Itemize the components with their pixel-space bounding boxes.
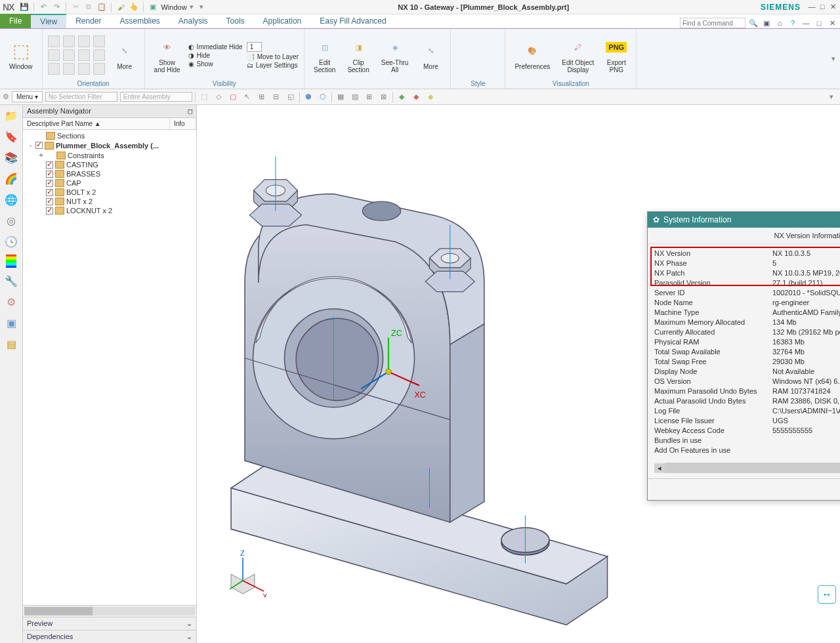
dependencies-panel[interactable]: Dependencies⌄ [23,630,196,643]
rail-part-icon[interactable]: 🔖 [3,129,19,144]
scroll-left-icon[interactable]: ◂ [654,464,665,472]
t6-icon[interactable]: ⊟ [270,91,282,103]
rail-mfg-icon[interactable]: ⚙ [3,294,19,310]
touch-icon[interactable]: 👆 [129,2,139,12]
checkbox[interactable] [46,198,53,205]
vis-more[interactable]: ⤡More [416,39,445,72]
t9-icon[interactable]: ⬡ [317,91,329,103]
column-part-name[interactable]: Descriptive Part Name ▲ [23,118,170,129]
tab-tools[interactable]: Tools [217,14,254,28]
toolbar-overflow-icon[interactable]: ▾ [826,91,837,103]
brush-icon[interactable]: 🖌 [116,2,126,12]
view-8-icon[interactable] [93,49,105,61]
tree-item[interactable]: +Constraints [24,150,195,160]
rail-reuse-icon[interactable]: 📚 [3,150,19,165]
preview-panel[interactable]: Preview⌄ [23,617,196,630]
tab-render[interactable]: Render [66,14,110,28]
t12-icon[interactable]: ⊞ [364,91,375,103]
max2-icon[interactable]: □ [814,18,824,28]
view-iso-icon[interactable] [93,35,105,47]
rail-hd3d-icon[interactable]: 🌈 [3,171,19,186]
rail-nav-icon[interactable]: 📁 [3,108,19,123]
close-icon[interactable]: ✕ [828,3,837,11]
tree-item[interactable]: NUT x 2 [24,197,195,206]
undo-icon[interactable]: ↶ [38,2,49,12]
view-front-icon[interactable] [63,35,75,47]
edit-object-display[interactable]: 🖍Edit Object Display [558,35,598,75]
tab-application[interactable]: Application [254,14,311,28]
move-to-layer[interactable]: 📑Move to Layer [247,53,299,60]
immediate-hide[interactable]: ◐Immediate Hide [188,43,243,51]
overflow-icon[interactable]: ▾ [196,2,207,12]
view-7-icon[interactable] [78,49,90,61]
window-menu[interactable]: Window [161,3,186,11]
close2-icon[interactable]: ✕ [827,18,837,28]
view-5-icon[interactable] [48,49,60,61]
layer-settings[interactable]: 🗂Layer Settings [247,62,299,69]
checkbox[interactable] [46,207,53,215]
view-side-icon[interactable] [78,35,90,47]
hide-cmd[interactable]: ◑Hide [188,52,243,59]
home-icon[interactable]: ⌂ [774,18,785,28]
selection-filter[interactable]: No Selection Filter [45,92,117,102]
graphics-viewport[interactable]: ZC XC Z X Y ✿System Information ✕ NX Ver… [197,105,840,643]
t8-icon[interactable]: ⬢ [303,91,314,103]
save-icon[interactable]: 💾 [19,2,30,12]
checkbox[interactable] [46,161,53,169]
t4-icon[interactable]: ↖ [242,91,253,103]
view-11-icon[interactable] [78,63,90,75]
view-9-icon[interactable] [48,63,60,75]
t13-icon[interactable]: ⊠ [378,91,390,103]
view-10-icon[interactable] [63,63,75,75]
tab-assemblies[interactable]: Assemblies [111,14,169,28]
t1-icon[interactable]: ⬚ [198,91,210,103]
file-tab[interactable]: File [0,14,31,28]
rail-history-icon[interactable]: 🕓 [3,234,19,249]
show-hide-button[interactable]: 👁 Show and Hide [150,35,184,75]
tree-item[interactable]: LOCKNUT x 2 [24,206,195,215]
t10-icon[interactable]: ▦ [335,91,346,103]
copy-icon[interactable]: ⧉ [83,2,94,12]
tab-analysis[interactable]: Analysis [169,14,217,28]
t7-icon[interactable]: ◱ [285,91,297,103]
command-search[interactable] [680,18,746,28]
navigator-pin-icon[interactable]: □ [188,107,192,115]
rail-tab1-icon[interactable]: ▣ [3,315,19,331]
checkbox[interactable] [35,142,43,149]
column-info[interactable]: Info [170,118,196,129]
view-6-icon[interactable] [63,49,75,61]
menu-button[interactable]: Menu ▾ [12,91,43,102]
cut-icon[interactable]: ✂ [70,2,81,12]
dialog-scroll[interactable]: ◂ ▸ [654,463,840,473]
rail-tab2-icon[interactable]: ▤ [3,336,19,352]
t14-icon[interactable]: ◆ [396,91,408,103]
t2-icon[interactable]: ◇ [213,91,224,103]
tree-item[interactable]: CASTING [24,160,195,169]
tree-item[interactable]: BRASSES [24,169,195,178]
nav-horizontal-scroll[interactable] [23,605,196,617]
maximize-icon[interactable]: □ [818,3,827,11]
checkbox[interactable] [46,180,53,187]
teamviewer-icon[interactable]: ↔ [818,585,836,604]
clip-section[interactable]: ◨Clip Section [343,35,373,75]
orientation-more[interactable]: ⤡ More [110,39,139,72]
rail-sim-icon[interactable]: 🔧 [3,273,19,289]
min2-icon[interactable]: — [801,18,811,28]
t15-icon[interactable]: ◆ [410,91,422,103]
ribbon-overflow-icon[interactable]: ▾ [827,29,840,89]
t5-icon[interactable]: ⊞ [256,91,268,103]
help-icon[interactable]: ? [788,18,798,28]
see-thru[interactable]: ◈See-Thru All [377,35,413,75]
tab-view[interactable]: View [31,14,66,28]
layer-select[interactable]: 1 [247,42,262,52]
export-png[interactable]: PNGExport PNG [602,35,631,75]
window-button[interactable]: ⬚ Window [5,39,37,72]
assembly-scope[interactable]: Entire Assembly [120,92,192,102]
view-top-icon[interactable] [48,35,60,47]
assembly-tree[interactable]: Sections-Plummer_Block_Assembly (...+Con… [23,130,196,605]
tree-item[interactable]: Sections [24,131,195,140]
t3-icon[interactable]: ▢ [227,91,239,103]
edit-section[interactable]: ◫Edit Section [310,35,339,75]
gear-icon[interactable]: ⚙ [3,93,9,101]
recent-icon[interactable]: ▣ [761,18,772,28]
